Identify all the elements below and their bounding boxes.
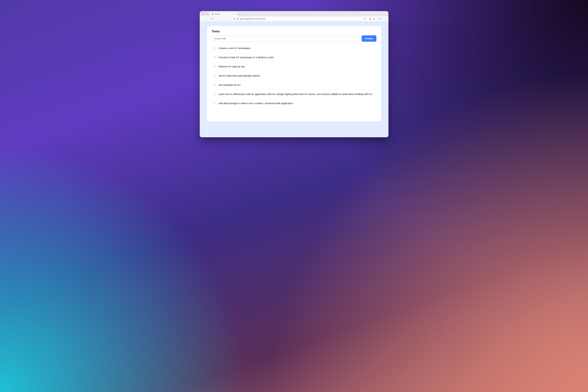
browser-tab[interactable]: Todos × [210, 12, 237, 16]
todo-checkbox[interactable] [214, 84, 216, 86]
chevron-left-icon [202, 18, 204, 20]
forward-button[interactable] [206, 17, 209, 20]
todo-checkbox[interactable] [214, 47, 216, 49]
address-bar[interactable]: todos.signalnerve.workers.dev [232, 17, 377, 21]
svg-line-2 [365, 19, 365, 20]
todo-item: Create a new KV namespace [212, 44, 376, 53]
todo-label: Learn how to effectively scale an applic… [219, 92, 374, 96]
todo-item: Set KV data that automatically expires [212, 71, 376, 80]
address-bar-actions [364, 18, 375, 20]
browser-window: Todos × + todos.signalnerve.workers.dev [200, 11, 388, 137]
chevron-right-icon [206, 18, 208, 20]
reload-button[interactable] [210, 17, 213, 20]
brave-shield-icon[interactable] [369, 18, 371, 20]
tab-close-button[interactable]: × [233, 13, 236, 15]
lock-icon [237, 18, 239, 20]
todo-item: Add data storage in order to be a modern… [212, 99, 376, 108]
zoom-icon[interactable] [364, 18, 366, 20]
tab-strip: Todos × + [200, 11, 388, 16]
globe-icon [212, 13, 214, 15]
traffic-light-zoom[interactable] [207, 13, 208, 14]
todo-label: Add data storage in order to be a modern… [219, 102, 374, 105]
new-todo-input[interactable] [212, 35, 360, 42]
puzzle-icon [379, 18, 382, 20]
reload-icon [211, 18, 213, 20]
todo-item: Learn how to effectively scale an applic… [212, 90, 376, 99]
todo-checkbox[interactable] [214, 93, 216, 95]
create-button[interactable]: Create [362, 35, 376, 42]
todo-label: Create a new KV namespace [219, 46, 374, 50]
tab-title: Todos [215, 13, 232, 15]
traffic-light-close[interactable] [202, 13, 203, 14]
bat-icon[interactable] [373, 18, 375, 20]
todo-checkbox[interactable] [214, 75, 216, 77]
back-button[interactable] [201, 17, 204, 20]
todo-item: Retrieve KV data by key [212, 62, 376, 71]
traffic-light-minimize[interactable] [204, 13, 206, 14]
todo-checkbox[interactable] [214, 66, 216, 68]
url-text: todos.signalnerve.workers.dev [240, 18, 362, 20]
todo-list: Create a new KV namespaceConnect to that… [212, 44, 376, 108]
browser-toolbar: todos.signalnerve.workers.dev [200, 16, 388, 22]
todo-label: Set metadata for KV [219, 84, 374, 87]
page-title: Todos [212, 30, 376, 33]
todo-checkbox[interactable] [214, 56, 216, 58]
todo-item: Connect to that KV namespace in a Worker… [212, 53, 376, 62]
todos-card: Todos Create Create a new KV namespaceCo… [207, 26, 381, 122]
hamburger-icon [384, 18, 386, 20]
toolbar-right [378, 17, 387, 20]
todo-checkbox[interactable] [214, 102, 216, 104]
todo-label: Retrieve KV data by key [219, 65, 374, 68]
separator [367, 18, 368, 20]
todo-label: Set KV data that automatically expires [219, 74, 374, 78]
new-tab-button[interactable]: + [238, 12, 242, 16]
window-controls [200, 13, 210, 14]
todo-item: Set metadata for KV [212, 80, 376, 90]
page-viewport: Todos Create Create a new KV namespaceCo… [200, 22, 388, 137]
new-todo-row: Create [212, 35, 376, 42]
svg-marker-5 [373, 18, 375, 20]
extensions-button[interactable] [379, 17, 382, 20]
menu-button[interactable] [384, 17, 387, 20]
bookmark-icon[interactable] [234, 18, 236, 20]
todo-label: Connect to that KV namespace in a Worker… [219, 56, 374, 59]
